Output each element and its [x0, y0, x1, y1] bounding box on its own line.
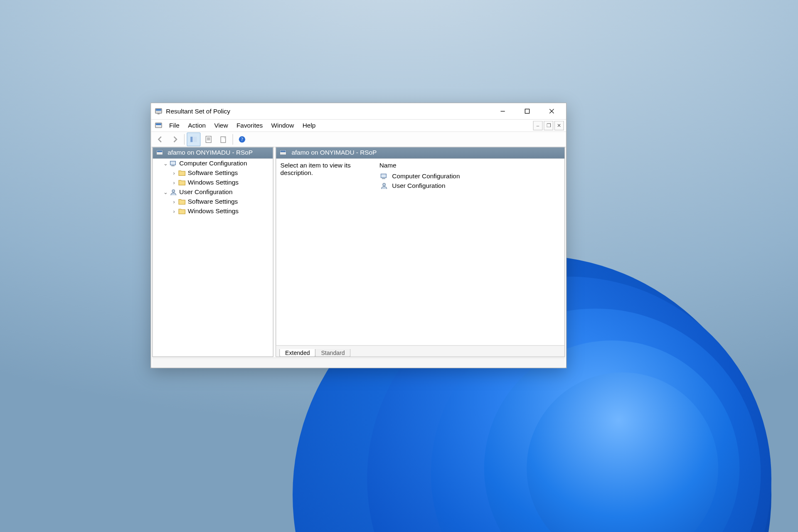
tab-extended[interactable]: Extended	[279, 349, 316, 357]
svg-point-22	[172, 190, 175, 192]
folder-icon	[178, 207, 186, 215]
properties-button[interactable]	[202, 133, 215, 146]
svg-rect-21	[171, 165, 175, 166]
close-button[interactable]	[539, 103, 564, 119]
tree-node-comp-software[interactable]: › Software Settings	[153, 168, 273, 177]
nav-back-button[interactable]	[153, 133, 167, 146]
menu-favorites[interactable]: Favorites	[232, 121, 267, 131]
column-header-name[interactable]: Name	[379, 162, 560, 169]
details-header: afamo on ONYIMADU - RSoP	[276, 148, 564, 159]
tree-label: User Configuration	[179, 188, 232, 196]
svg-rect-8	[156, 123, 161, 125]
status-bar	[152, 357, 565, 367]
menu-action[interactable]: Action	[184, 121, 210, 131]
user-icon	[169, 188, 177, 196]
toolbar-separator	[184, 134, 185, 145]
tree-node-user-software[interactable]: › Software Settings	[153, 197, 273, 207]
svg-rect-4	[525, 109, 529, 113]
computer-icon	[169, 159, 177, 167]
tree-label: Windows Settings	[188, 207, 239, 215]
mdi-child-controls: – ❐ ✕	[533, 121, 566, 131]
tree-label: Windows Settings	[188, 179, 239, 186]
expand-icon[interactable]: ›	[171, 199, 177, 204]
svg-rect-24	[281, 150, 286, 152]
svg-rect-9	[190, 137, 192, 142]
menu-help[interactable]: Help	[298, 121, 320, 131]
help-button[interactable]: ?	[235, 133, 249, 146]
svg-rect-2	[158, 113, 160, 115]
console-tree[interactable]: afamo on ONYIMADU - RSoP ⌄ Computer Conf…	[152, 147, 273, 357]
tree-label: Software Settings	[188, 169, 238, 177]
toolbar-separator	[232, 134, 233, 145]
tab-standard[interactable]: Standard	[315, 349, 350, 357]
tree-node-comp-windows[interactable]: › Windows Settings	[153, 178, 273, 187]
collapse-icon[interactable]: ⌄	[162, 160, 168, 166]
view-tabs: Extended Standard	[276, 345, 564, 357]
folder-icon	[178, 178, 186, 187]
expand-icon[interactable]: ›	[171, 208, 177, 214]
svg-rect-25	[381, 174, 386, 178]
tree-root-selected[interactable]: afamo on ONYIMADU - RSoP	[153, 148, 273, 159]
list-item[interactable]: User Configuration	[379, 181, 560, 190]
menu-bar: File Action View Favorites Window Help –…	[151, 120, 566, 132]
window-title: Resultant Set of Policy	[166, 108, 230, 115]
minimize-button[interactable]	[490, 103, 515, 119]
mmc-window: Resultant Set of Policy File Action View…	[150, 103, 566, 368]
list-item-label: User Configuration	[392, 182, 445, 190]
folder-icon	[178, 169, 186, 177]
menu-file[interactable]: File	[165, 121, 184, 131]
expand-icon[interactable]: ›	[171, 170, 177, 176]
tree-label: Software Settings	[188, 198, 238, 205]
details-header-label: afamo on ONYIMADU - RSoP	[291, 149, 377, 156]
toolbar: ?	[151, 132, 566, 147]
export-list-button[interactable]	[217, 133, 230, 146]
details-pane: afamo on ONYIMADU - RSoP Select an item …	[276, 147, 565, 357]
app-icon	[154, 107, 163, 115]
svg-point-27	[383, 183, 385, 186]
mdi-restore-button[interactable]: ❐	[544, 121, 553, 131]
svg-rect-11	[206, 136, 211, 143]
details-list[interactable]: Name Computer Configuration User Configu…	[379, 162, 560, 343]
tree-node-user-config[interactable]: ⌄ User Configuration	[153, 187, 273, 197]
mdi-close-button[interactable]: ✕	[554, 121, 564, 131]
tree-root-label: afamo on ONYIMADU - RSoP	[167, 149, 253, 156]
show-hide-tree-button[interactable]	[187, 133, 200, 146]
menu-view[interactable]: View	[210, 121, 232, 131]
rsop-icon	[279, 148, 287, 157]
description-hint: Select an item to view its description.	[281, 162, 379, 343]
console-icon	[154, 121, 163, 130]
menu-window[interactable]: Window	[267, 121, 298, 131]
mdi-minimize-button[interactable]: –	[533, 121, 543, 131]
svg-rect-19	[157, 150, 163, 152]
tree-node-user-windows[interactable]: › Windows Settings	[153, 207, 273, 216]
nav-forward-button[interactable]	[168, 133, 182, 146]
svg-rect-20	[170, 161, 176, 165]
collapse-icon[interactable]: ⌄	[162, 189, 168, 195]
maximize-button[interactable]	[515, 103, 539, 119]
expand-icon[interactable]: ›	[171, 180, 177, 185]
list-item[interactable]: Computer Configuration	[379, 171, 560, 181]
svg-rect-10	[193, 137, 197, 142]
title-bar[interactable]: Resultant Set of Policy	[151, 103, 566, 120]
tree-label: Computer Configuration	[179, 160, 247, 167]
list-item-label: Computer Configuration	[392, 172, 460, 180]
svg-rect-1	[156, 109, 161, 111]
computer-icon	[380, 172, 388, 180]
rsop-icon	[155, 148, 164, 157]
svg-text:?: ?	[241, 137, 243, 142]
folder-icon	[178, 197, 186, 206]
tree-node-computer-config[interactable]: ⌄ Computer Configuration	[153, 158, 273, 168]
user-icon	[380, 181, 388, 190]
desktop-background: Resultant Set of Policy File Action View…	[0, 0, 798, 532]
svg-rect-26	[382, 178, 385, 179]
